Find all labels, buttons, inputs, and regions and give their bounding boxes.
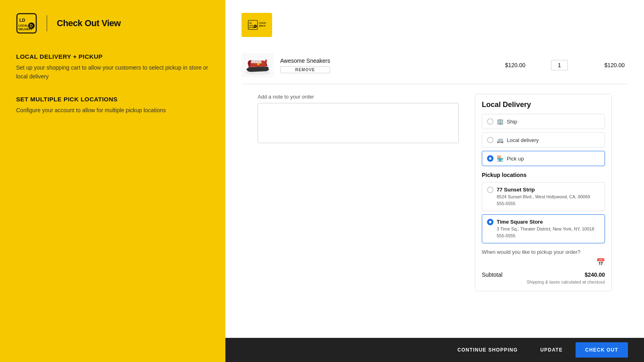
cart-logo: LD LOCAL DELIVERY D LOCAL DELIVERY bbox=[242, 13, 272, 37]
svg-text:DELIVERY: DELIVERY bbox=[259, 25, 266, 27]
logo-icon: LD LOCAL DELIVERY D bbox=[16, 13, 37, 34]
delivery-section: Local Delivery 🏢 Ship 🚐 Local delivery � bbox=[475, 94, 612, 291]
cart-footer: CONTINUE SHOPPING UPDATE CHECK OUT bbox=[225, 338, 644, 362]
svg-rect-19 bbox=[265, 60, 267, 62]
product-image bbox=[242, 53, 274, 77]
svg-text:LOCAL: LOCAL bbox=[19, 24, 29, 27]
location-card-1[interactable]: 77 Sunset Strip 8524 Sunset Blvd., West … bbox=[482, 182, 605, 211]
left-header: LD LOCAL DELIVERY D Check Out View bbox=[16, 13, 209, 34]
svg-text:LD: LD bbox=[19, 18, 25, 23]
ship-label: Ship bbox=[507, 119, 517, 125]
radio-location-1 bbox=[487, 187, 493, 193]
left-panel: LD LOCAL DELIVERY D Check Out View LOCAL… bbox=[0, 0, 225, 362]
delivery-option-local[interactable]: 🚐 Local delivery bbox=[482, 132, 605, 148]
delivery-option-ship[interactable]: 🏢 Ship bbox=[482, 114, 605, 129]
svg-text:D: D bbox=[254, 26, 256, 28]
header-divider bbox=[47, 15, 47, 31]
continue-shopping-button[interactable]: CONTINUE SHOPPING bbox=[448, 342, 527, 358]
location-2-name: Time Square Store bbox=[497, 219, 594, 225]
feature-section-1: LOCAL DELIVERY + PICKUP Set up your shop… bbox=[16, 53, 209, 81]
radio-local bbox=[487, 137, 493, 143]
svg-text:LOCAL: LOCAL bbox=[249, 25, 253, 27]
pickup-time-label: When would you like to pickup your order… bbox=[482, 248, 605, 256]
ship-icon: 🏢 bbox=[497, 118, 504, 125]
location-card-2[interactable]: Time Square Store 3 Time Sq., Theater Di… bbox=[482, 214, 605, 243]
location-1-address: 8524 Sunset Blvd., West Hollywood, CA, 9… bbox=[497, 193, 590, 207]
update-button[interactable]: UPDATE bbox=[530, 342, 572, 358]
remove-button[interactable]: REMOVE bbox=[280, 66, 330, 73]
note-section: Add a note to your order bbox=[258, 94, 459, 143]
cart-bottom: Add a note to your order Local Delivery … bbox=[242, 84, 628, 291]
local-icon: 🚐 bbox=[497, 137, 504, 143]
right-panel: LD LOCAL DELIVERY D LOCAL DELIVERY bbox=[225, 0, 644, 362]
delivery-option-pickup[interactable]: 🏪 Pick up bbox=[482, 151, 605, 166]
tax-note: Shipping & taxes calculated at checkout bbox=[482, 280, 605, 284]
location-1-details: 77 Sunset Strip 8524 Sunset Blvd., West … bbox=[497, 187, 590, 207]
pickup-locations-title: Pickup locations bbox=[482, 172, 605, 178]
radio-ship bbox=[487, 118, 493, 125]
location-2-address: 3 Time Sq., Theater District, New York, … bbox=[497, 226, 594, 239]
logo: LD LOCAL DELIVERY D bbox=[16, 13, 37, 34]
calendar-icon-row: 📅 bbox=[482, 258, 605, 267]
note-textarea[interactable] bbox=[258, 103, 459, 143]
sneaker-image bbox=[244, 54, 272, 76]
delivery-title: Local Delivery bbox=[482, 101, 605, 109]
product-price: $120.00 bbox=[491, 62, 539, 68]
location-2-details: Time Square Store 3 Time Sq., Theater Di… bbox=[497, 219, 594, 239]
cart-item-row: Awesome Sneakers REMOVE $120.00 1 $120.0… bbox=[242, 47, 628, 84]
feature-desc-2: Configure your account to allow for mult… bbox=[16, 106, 209, 115]
local-label: Local delivery bbox=[507, 137, 539, 143]
radio-pickup bbox=[487, 155, 493, 162]
pickup-icon: 🏪 bbox=[497, 155, 504, 162]
feature-desc-1: Set up your shopping cart to allow your … bbox=[16, 63, 209, 81]
pickup-label: Pick up bbox=[507, 156, 524, 162]
svg-text:D: D bbox=[30, 24, 33, 28]
product-quantity: 1 bbox=[539, 60, 580, 70]
subtotal-row: Subtotal $240.00 bbox=[482, 272, 605, 278]
cart-container: LD LOCAL DELIVERY D LOCAL DELIVERY bbox=[225, 0, 644, 328]
product-details: Awesome Sneakers REMOVE bbox=[280, 58, 330, 73]
subtotal-label: Subtotal bbox=[482, 272, 502, 278]
feature-title-1: LOCAL DELIVERY + PICKUP bbox=[16, 53, 209, 60]
radio-location-2 bbox=[487, 219, 493, 225]
feature-title-2: SET MULTIPLE PICK LOCATIONS bbox=[16, 96, 209, 103]
product-info: Awesome Sneakers REMOVE bbox=[242, 53, 491, 77]
calendar-icon[interactable]: 📅 bbox=[596, 258, 605, 267]
subtotal-value: $240.00 bbox=[584, 272, 605, 278]
svg-text:LD: LD bbox=[249, 22, 252, 24]
svg-text:LOCAL: LOCAL bbox=[259, 22, 266, 24]
checkout-button[interactable]: CHECK OUT bbox=[576, 342, 628, 358]
location-1-name: 77 Sunset Strip bbox=[497, 187, 590, 193]
product-total: $120.00 bbox=[580, 62, 628, 68]
app-title: Check Out View bbox=[57, 18, 121, 29]
cart-logo-icon: LD LOCAL DELIVERY D LOCAL DELIVERY bbox=[248, 16, 266, 34]
product-name: Awesome Sneakers bbox=[280, 58, 330, 64]
note-label: Add a note to your order bbox=[258, 94, 459, 100]
svg-point-20 bbox=[257, 63, 259, 65]
feature-section-2: SET MULTIPLE PICK LOCATIONS Configure yo… bbox=[16, 96, 209, 115]
